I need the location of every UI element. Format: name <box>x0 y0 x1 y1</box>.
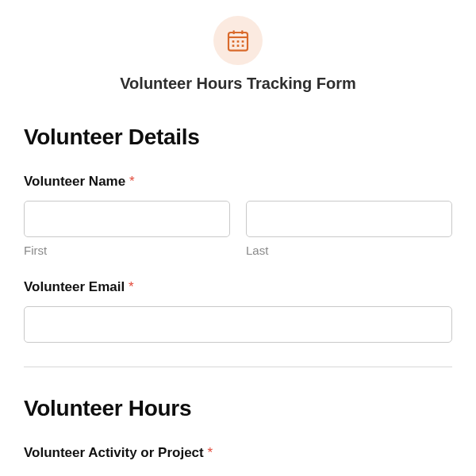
volunteer-name-group: Volunteer Name * First Last <box>24 174 452 257</box>
svg-rect-7 <box>232 44 235 47</box>
svg-rect-8 <box>237 44 240 47</box>
required-mark: * <box>207 445 213 460</box>
volunteer-email-label-text: Volunteer Email <box>24 279 125 294</box>
volunteer-email-label: Volunteer Email * <box>24 279 452 295</box>
email-input[interactable] <box>24 306 452 343</box>
volunteer-name-label-text: Volunteer Name <box>24 174 125 189</box>
required-mark: * <box>129 279 134 294</box>
header-icon-circle <box>213 16 263 65</box>
form-header: Volunteer Hours Tracking Form <box>24 16 452 93</box>
form-page: Volunteer Hours Tracking Form Volunteer … <box>0 0 476 461</box>
volunteer-name-label: Volunteer Name * <box>24 174 452 190</box>
section-heading-hours: Volunteer Hours <box>24 396 452 421</box>
name-row: First Last <box>24 201 452 257</box>
first-name-sublabel: First <box>24 244 230 257</box>
last-name-sublabel: Last <box>246 244 452 257</box>
volunteer-activity-label: Volunteer Activity or Project * <box>24 445 452 461</box>
section-divider <box>24 367 452 367</box>
first-name-col: First <box>24 201 230 257</box>
last-name-input[interactable] <box>246 201 452 237</box>
svg-rect-5 <box>237 40 240 43</box>
calendar-icon <box>225 28 251 53</box>
form-title: Volunteer Hours Tracking Form <box>24 75 452 93</box>
section-heading-details: Volunteer Details <box>24 125 452 150</box>
svg-rect-4 <box>232 40 235 43</box>
volunteer-email-group: Volunteer Email * <box>24 279 452 343</box>
volunteer-activity-label-text: Volunteer Activity or Project <box>24 445 204 460</box>
required-mark: * <box>129 174 135 189</box>
volunteer-activity-group: Volunteer Activity or Project * <box>24 445 452 461</box>
svg-rect-6 <box>242 40 244 43</box>
last-name-col: Last <box>246 201 452 257</box>
first-name-input[interactable] <box>24 201 230 237</box>
svg-rect-9 <box>242 44 244 47</box>
